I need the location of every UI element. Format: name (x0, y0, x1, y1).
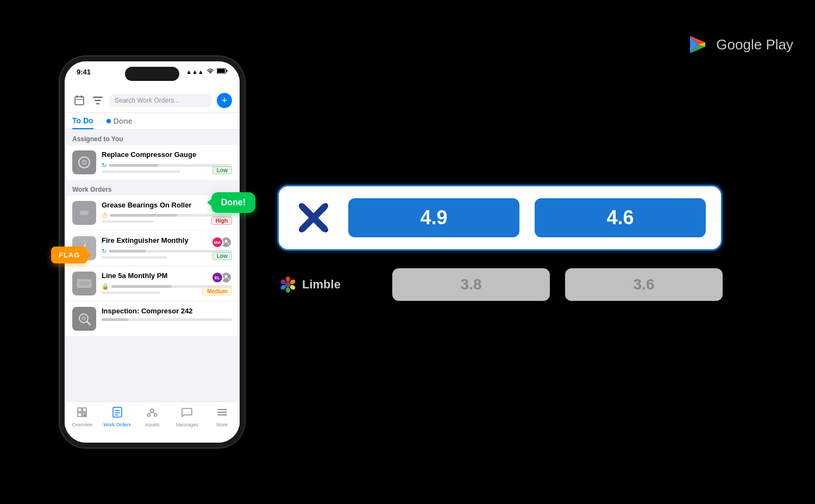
done-dot (106, 119, 111, 123)
svg-rect-10 (80, 211, 89, 215)
limble-brand: Limble (279, 276, 377, 293)
wo-progress-fill-1 (109, 164, 158, 167)
tab-done[interactable]: Done (106, 117, 133, 129)
nav-overview-label: Overview (72, 422, 92, 427)
wo-title-5: Inspection: Compresor 242 (102, 307, 232, 316)
nav-assets[interactable]: Assets (135, 406, 170, 427)
limble-rating-row: Limble 3.8 3.6 (277, 268, 723, 301)
limble-ios-score: 3.8 (461, 276, 482, 293)
badge-low-3: Low (212, 252, 232, 260)
battery-icon (217, 68, 228, 75)
svg-point-44 (286, 287, 290, 293)
nav-more-icon (216, 406, 228, 421)
svg-point-28 (151, 409, 154, 412)
phone-mockup: Done! FLAG 9:41 ▲▲▲ (60, 56, 244, 448)
nav-messages[interactable]: Messages (170, 406, 204, 427)
svg-rect-24 (113, 407, 122, 417)
wo-progress-bar-5 (102, 318, 232, 321)
svg-rect-12 (84, 210, 86, 211)
svg-line-31 (149, 412, 152, 414)
badge-low-1: Low (212, 166, 232, 174)
wo-thumb-4 (72, 272, 96, 295)
wifi-icon (206, 68, 214, 75)
svg-line-32 (152, 412, 155, 414)
badge-high-2: High (211, 217, 232, 225)
nav-more[interactable]: More (205, 406, 240, 427)
wo-progress-fill-4 (111, 285, 172, 288)
svg-point-29 (148, 414, 151, 417)
limble-name: Limble (302, 278, 341, 292)
nav-work-orders[interactable]: Work Orders (99, 406, 134, 427)
wo-progress-fill-5 (102, 318, 128, 321)
signal-icon: ▲▲▲ (186, 68, 204, 75)
wo-sub-bar-3 (102, 256, 167, 259)
wo-sub-bar-2 (102, 220, 154, 223)
xenia-ios-score: 4.9 (420, 206, 447, 229)
clock-icon-2: ⏱ (102, 212, 108, 219)
assigned-section-header: Assigned to You (65, 130, 240, 145)
svg-rect-1 (227, 70, 228, 72)
xenia-android-rating: 4.6 (535, 198, 706, 237)
lock-icon-4: 🔒 (102, 283, 109, 290)
svg-rect-2 (217, 69, 225, 73)
xenia-android-score: 4.6 (606, 206, 634, 229)
tab-todo[interactable]: To Do (72, 116, 93, 129)
tabs-bar: To Do Done (65, 113, 240, 130)
screen: Search Work Orders... + To Do Done Assig… (65, 89, 240, 443)
svg-rect-14 (83, 241, 85, 244)
svg-point-41 (286, 276, 290, 282)
avatar-ma: MA (211, 236, 223, 248)
wo-item-replace-compressor[interactable]: Replace Compressor Gauge ↻ Low (65, 145, 240, 180)
svg-point-20 (82, 316, 86, 320)
wo-title-1: Replace Compressor Gauge (102, 150, 232, 160)
xenia-logo (294, 198, 333, 237)
bottom-nav: Overview Work Orders (65, 401, 240, 443)
status-time: 9:41 (77, 68, 91, 76)
svg-rect-11 (82, 210, 84, 211)
nav-messages-icon (181, 406, 193, 421)
search-input[interactable]: Search Work Orders... (109, 94, 212, 107)
xenia-ios-rating: 4.9 (348, 198, 519, 237)
svg-point-47 (285, 282, 291, 287)
top-bar: Search Work Orders... + (65, 89, 240, 113)
limble-icon (279, 276, 297, 293)
avatars-4: EL (211, 272, 232, 284)
nav-overview[interactable]: Overview (65, 406, 99, 427)
nav-work-orders-label: Work Orders (103, 422, 131, 427)
limble-android-score: 3.6 (634, 276, 655, 293)
avatars-3: MA (211, 236, 232, 248)
wo-progress-fill-3 (109, 250, 146, 253)
filter-icon[interactable] (91, 93, 105, 108)
add-button[interactable]: + (217, 93, 232, 108)
refresh-icon-1: ↻ (102, 162, 106, 169)
nav-assets-label: Assets (145, 422, 160, 427)
wo-item-fire-extinguisher[interactable]: Fire Extinguisher Monthly ↻ MA (65, 231, 240, 266)
avatar-el: EL (211, 272, 223, 284)
wo-progress-row-5 (102, 318, 232, 321)
wo-info-5: Inspection: Compresor 242 (102, 307, 232, 322)
svg-rect-3 (75, 97, 84, 105)
wo-sub-bar-4 (102, 292, 160, 294)
dynamic-island (125, 67, 179, 81)
nav-work-orders-icon (111, 406, 123, 421)
google-play-label: Google Play (716, 36, 793, 53)
calendar-icon[interactable] (72, 93, 86, 108)
wo-item-line5a[interactable]: Line 5a Monthly PM 🔒 EL (65, 266, 240, 301)
nav-assets-icon (146, 406, 158, 421)
svg-point-30 (154, 414, 157, 417)
refresh-icon-3: ↻ (102, 248, 106, 255)
wo-item-inspection[interactable]: Inspection: Compresor 242 (65, 301, 240, 336)
wo-thumb-5 (72, 307, 96, 331)
google-play-badge: Google Play (686, 33, 793, 56)
status-icons: ▲▲▲ (186, 68, 228, 75)
nav-messages-label: Messages (176, 422, 198, 427)
xenia-rating-container: 4.9 4.6 Limble 3.8 (277, 185, 723, 301)
flag-bubble: FLAG (51, 247, 87, 263)
xenia-rating-card: 4.9 4.6 (277, 185, 723, 251)
limble-ios-rating: 3.8 (392, 268, 550, 301)
google-play-icon (686, 33, 710, 56)
nav-more-label: More (217, 422, 228, 427)
done-bubble: Done! (211, 192, 255, 213)
nav-overview-icon (76, 406, 88, 421)
wo-sub-bar-1 (102, 171, 180, 173)
